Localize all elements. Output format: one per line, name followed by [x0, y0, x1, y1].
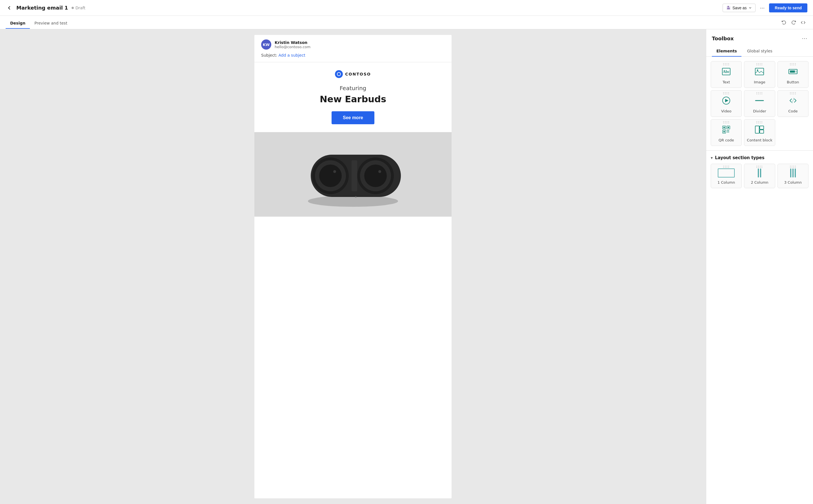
logo-icon [335, 70, 343, 78]
svg-rect-18 [755, 68, 764, 75]
drag-handle-divider [756, 92, 763, 94]
svg-rect-32 [727, 130, 728, 131]
more-icon: ··· [760, 5, 765, 11]
brand-logo: CONTOSO [266, 70, 440, 78]
drag-handle-text [723, 63, 729, 65]
add-subject-link[interactable]: Add a subject [279, 53, 305, 57]
element-card-image[interactable]: Image [744, 61, 775, 88]
redo-button[interactable] [789, 18, 798, 27]
back-button[interactable] [6, 4, 13, 12]
element-card-divider[interactable]: Divider [744, 90, 775, 117]
layout-card-3col[interactable]: 3 Column [778, 164, 808, 188]
elements-grid: Abc Text Image [706, 57, 813, 150]
element-card-code[interactable]: Code [778, 90, 808, 117]
code-label: Code [788, 109, 798, 113]
drag-handle-video [723, 92, 729, 94]
save-icon [726, 6, 731, 10]
svg-rect-36 [755, 126, 759, 133]
svg-rect-33 [728, 130, 729, 131]
layout-section-title: Layout section types [715, 155, 765, 160]
content-block-label: Content block [747, 138, 772, 142]
code-view-button[interactable] [799, 18, 807, 27]
layout-section: ▾ Layout section types 1 Column [706, 150, 813, 193]
layout-section-header[interactable]: ▾ Layout section types [711, 155, 808, 160]
undo-button[interactable] [780, 18, 788, 27]
element-card-text[interactable]: Abc Text [711, 61, 742, 88]
save-as-button[interactable]: Save as [723, 4, 756, 12]
element-card-video[interactable]: Video [711, 90, 742, 117]
layout-3col-label: 3 Column [784, 180, 802, 185]
drag-handle-image [756, 63, 763, 65]
svg-rect-35 [728, 132, 729, 132]
video-icon [721, 95, 732, 106]
drag-handle-content-block [756, 121, 763, 123]
text-label: Text [723, 80, 730, 84]
code-view-icon [801, 20, 806, 25]
element-card-qrcode[interactable]: QR code [711, 119, 742, 146]
code-icon [787, 95, 799, 106]
redo-icon [791, 20, 796, 25]
sender-details: Kristin Watson hello@contoso.com [275, 40, 310, 49]
svg-marker-24 [725, 99, 728, 102]
drag-handle-2col [756, 166, 763, 168]
layout-card-1col[interactable]: 1 Column [711, 164, 742, 188]
svg-point-12 [378, 170, 381, 173]
text-icon: Abc [721, 66, 732, 77]
avatar: KW [261, 39, 271, 50]
toolbox-tab-elements[interactable]: Elements [712, 46, 741, 57]
layout-grid: 1 Column 2 Column [711, 164, 808, 188]
earbuds-svg [254, 132, 452, 217]
tab-design[interactable]: Design [6, 17, 30, 29]
canvas-area: KW Kristin Watson hello@contoso.com Subj… [0, 29, 706, 504]
email-body: CONTOSO Featuring New Earbuds See more [254, 62, 452, 217]
toolbox-more-button[interactable]: ⋯ [802, 35, 807, 42]
app-header: Marketing email 1 Draft Save as ··· [0, 0, 813, 16]
email-container: KW Kristin Watson hello@contoso.com Subj… [254, 35, 452, 498]
save-as-label: Save as [732, 6, 747, 10]
image-label: Image [754, 80, 765, 84]
layout-preview-2col [758, 168, 761, 177]
toolbox-tab-global-styles[interactable]: Global styles [743, 46, 777, 57]
toolbox-sidebar: Toolbox ⋯ Elements Global styles Abc [706, 29, 813, 504]
layout-card-2col[interactable]: 2 Column [744, 164, 775, 188]
svg-rect-29 [728, 127, 729, 128]
logo-inner-ring [337, 72, 341, 76]
layout-preview-3col [790, 168, 796, 177]
layout-chevron-icon: ▾ [711, 156, 713, 160]
toolbox-tabs: Elements Global styles [706, 46, 813, 57]
sender-email-address: hello@contoso.com [275, 45, 310, 49]
subject-prefix: Subject: [261, 53, 277, 57]
svg-point-8 [333, 170, 336, 173]
svg-rect-1 [728, 6, 729, 7]
more-options-button[interactable]: ··· [758, 3, 767, 12]
draft-label: Draft [75, 6, 85, 10]
layout-1col-label: 1 Column [718, 180, 735, 185]
see-more-button[interactable]: See more [332, 111, 374, 124]
drag-handle-code [790, 92, 796, 94]
undo-icon [781, 20, 787, 25]
featuring-text: Featuring [266, 85, 440, 92]
tab-actions [780, 18, 807, 27]
layout-2col-label: 2 Column [751, 180, 768, 185]
draft-dot [72, 7, 74, 9]
ready-to-send-button[interactable]: Ready to send [769, 3, 807, 12]
svg-rect-2 [727, 8, 730, 9]
svg-point-19 [757, 70, 758, 71]
header-right: Save as ··· Ready to send [723, 3, 807, 12]
content-block-icon [754, 124, 765, 135]
element-card-content-block[interactable]: Content block [744, 119, 775, 146]
drag-handle-qrcode [723, 121, 729, 123]
svg-point-15 [308, 196, 398, 207]
element-card-button[interactable]: Button [778, 61, 808, 88]
sender-name: Kristin Watson [275, 40, 310, 45]
drag-handle-1col [723, 166, 729, 168]
tab-preview[interactable]: Preview and test [30, 17, 72, 29]
layout-preview-1col [718, 168, 735, 177]
drag-handle-3col [790, 166, 796, 168]
svg-rect-34 [727, 132, 728, 132]
header-left: Marketing email 1 Draft [6, 4, 85, 12]
svg-text:Abc: Abc [723, 70, 730, 74]
button-icon [787, 66, 799, 77]
tab-bar: Design Preview and test [0, 16, 813, 29]
toolbox-header: Toolbox ⋯ [706, 29, 813, 46]
